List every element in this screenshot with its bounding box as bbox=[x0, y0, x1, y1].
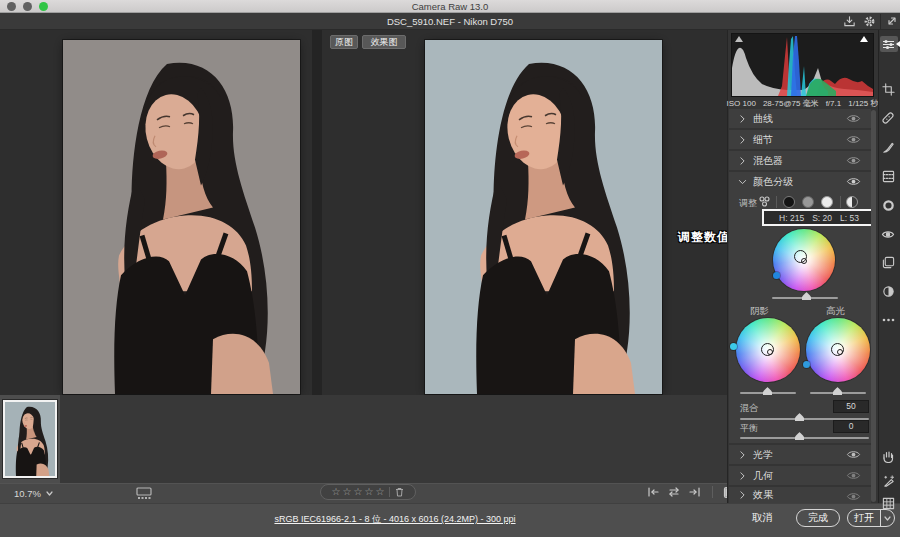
midtones-wheel-knob-dot bbox=[801, 258, 807, 264]
hsl-readout: H: 215 S: 20 L: 53 bbox=[762, 209, 876, 226]
zoom-level-control[interactable]: 10.7% bbox=[14, 483, 53, 503]
star-rating-control[interactable]: ☆ ☆ ☆ ☆ ☆ bbox=[320, 484, 416, 500]
visibility-eye-icon[interactable] bbox=[846, 176, 861, 187]
shadows-hue-marker-dot[interactable] bbox=[730, 343, 737, 350]
brush-tool-icon[interactable] bbox=[881, 140, 895, 154]
saturation-value: S: 20 bbox=[812, 213, 832, 223]
blend-value-field[interactable]: 50 bbox=[833, 400, 869, 413]
photo-before[interactable] bbox=[63, 40, 300, 394]
section-label: 效果 bbox=[753, 488, 773, 502]
compare-divider bbox=[712, 486, 713, 498]
exif-iso: ISO 100 bbox=[727, 99, 756, 108]
section-optics[interactable]: 光学 bbox=[729, 445, 871, 464]
shadows-wheel-knob-dot bbox=[767, 349, 773, 355]
section-detail[interactable]: 细节 bbox=[729, 130, 871, 149]
global-wheel-tab[interactable] bbox=[846, 196, 858, 208]
exif-aperture: f/7.1 bbox=[826, 99, 842, 108]
copy-current-to-before-icon[interactable] bbox=[646, 486, 660, 498]
star-3-icon[interactable]: ☆ bbox=[354, 485, 363, 499]
shadow-clipping-indicator[interactable] bbox=[735, 36, 743, 42]
filmstrip-toggle-icon[interactable] bbox=[136, 487, 154, 500]
midtones-wheel-tab[interactable] bbox=[802, 196, 814, 208]
star-4-icon[interactable]: ☆ bbox=[364, 485, 373, 499]
section-label: 混色器 bbox=[753, 154, 783, 168]
swap-before-after-icon[interactable] bbox=[667, 486, 681, 498]
chevron-down-icon bbox=[739, 179, 747, 184]
section-label: 光学 bbox=[753, 448, 773, 462]
photo-after[interactable] bbox=[425, 40, 662, 394]
hand-tool-icon[interactable] bbox=[881, 449, 895, 463]
chevron-right-icon bbox=[740, 157, 745, 165]
export-icon[interactable] bbox=[843, 15, 856, 28]
open-button[interactable]: 打开 bbox=[847, 509, 895, 527]
done-button[interactable]: 完成 bbox=[796, 509, 840, 527]
healing-tool-icon[interactable] bbox=[881, 111, 895, 125]
three-way-view-icon[interactable] bbox=[757, 195, 772, 208]
cancel-button[interactable]: 取消 bbox=[752, 511, 773, 525]
chevron-right-icon bbox=[740, 472, 745, 480]
luminance-value: L: 53 bbox=[840, 213, 859, 223]
section-effects[interactable]: 效果 bbox=[729, 487, 871, 503]
highlights-wheel-tab[interactable] bbox=[821, 196, 833, 208]
shadows-wheel-tab[interactable] bbox=[783, 196, 795, 208]
presets-icon[interactable] bbox=[881, 284, 895, 298]
window-title: Camera Raw 13.0 bbox=[0, 0, 900, 13]
copy-before-to-current-icon[interactable] bbox=[688, 486, 702, 498]
before-label-chip[interactable]: 原图 bbox=[330, 35, 358, 49]
open-dropdown-arrow[interactable] bbox=[881, 516, 894, 521]
panel-scrollbar[interactable] bbox=[871, 110, 876, 502]
visibility-eye-icon[interactable] bbox=[846, 449, 861, 460]
highlights-hue-marker-dot[interactable] bbox=[803, 361, 810, 368]
zoom-level-value: 10.7% bbox=[14, 488, 41, 499]
star-2-icon[interactable]: ☆ bbox=[343, 485, 352, 499]
rating-divider bbox=[389, 487, 390, 497]
visibility-eye-icon[interactable] bbox=[846, 155, 861, 166]
chevron-right-icon bbox=[740, 491, 745, 499]
document-title: DSC_5910.NEF - Nikon D750 bbox=[0, 13, 900, 30]
header-divider bbox=[880, 14, 881, 29]
more-tools-icon[interactable] bbox=[881, 313, 895, 327]
red-eye-tool-icon[interactable] bbox=[881, 227, 895, 241]
trash-icon[interactable] bbox=[395, 487, 404, 497]
star-5-icon[interactable]: ☆ bbox=[375, 485, 384, 499]
exif-info: ISO 100 28-75@75 毫米 f/7.1 1/125 秒 bbox=[727, 97, 878, 109]
adjust-label: 调整 bbox=[739, 197, 757, 210]
midtones-hue-marker-dot[interactable] bbox=[773, 272, 780, 279]
visibility-eye-icon[interactable] bbox=[846, 491, 861, 502]
grid-overlay-icon[interactable] bbox=[881, 496, 895, 510]
shadows-wheel-label: 阴影 bbox=[750, 305, 769, 318]
exif-lens: 28-75@75 毫米 bbox=[763, 98, 819, 109]
balance-slider[interactable] bbox=[740, 437, 869, 439]
section-curves[interactable]: 曲线 bbox=[729, 109, 871, 128]
workflow-options-link[interactable]: sRGB IEC61966-2.1 - 8 位 - 4016 x 6016 (2… bbox=[200, 513, 590, 526]
visibility-eye-icon[interactable] bbox=[846, 113, 861, 124]
chevron-down-icon bbox=[46, 491, 53, 496]
highlights-wheel-label: 高光 bbox=[826, 305, 845, 318]
sample-brush-icon[interactable] bbox=[881, 473, 895, 487]
section-label: 细节 bbox=[753, 133, 773, 147]
star-1-icon[interactable]: ☆ bbox=[332, 485, 341, 499]
section-color-grading[interactable]: 颜色分级 bbox=[729, 172, 871, 191]
snapshots-icon[interactable] bbox=[881, 255, 895, 269]
crop-tool-icon[interactable] bbox=[881, 82, 895, 96]
radial-filter-icon[interactable] bbox=[881, 198, 895, 212]
edit-sliders-icon[interactable] bbox=[881, 37, 895, 51]
section-label: 颜色分级 bbox=[753, 175, 793, 189]
balance-label: 平衡 bbox=[740, 422, 758, 435]
section-geometry[interactable]: 几何 bbox=[729, 466, 871, 485]
preferences-gear-icon[interactable] bbox=[863, 15, 876, 28]
visibility-eye-icon[interactable] bbox=[846, 470, 861, 481]
after-label-chip[interactable]: 效果图 bbox=[362, 35, 406, 49]
balance-value-field[interactable]: 0 bbox=[833, 420, 869, 433]
active-tool-marker bbox=[896, 41, 900, 47]
fullscreen-icon[interactable] bbox=[886, 15, 898, 27]
section-color-mixer[interactable]: 混色器 bbox=[729, 151, 871, 170]
chevron-right-icon bbox=[740, 451, 745, 459]
visibility-eye-icon[interactable] bbox=[846, 134, 861, 145]
adjust-divider bbox=[776, 196, 777, 208]
highlight-clipping-indicator[interactable] bbox=[860, 36, 868, 42]
graduated-filter-icon[interactable] bbox=[881, 169, 895, 183]
histogram[interactable] bbox=[731, 33, 874, 97]
open-button-label[interactable]: 打开 bbox=[848, 511, 880, 525]
filmstrip-thumbnail[interactable] bbox=[3, 400, 57, 478]
